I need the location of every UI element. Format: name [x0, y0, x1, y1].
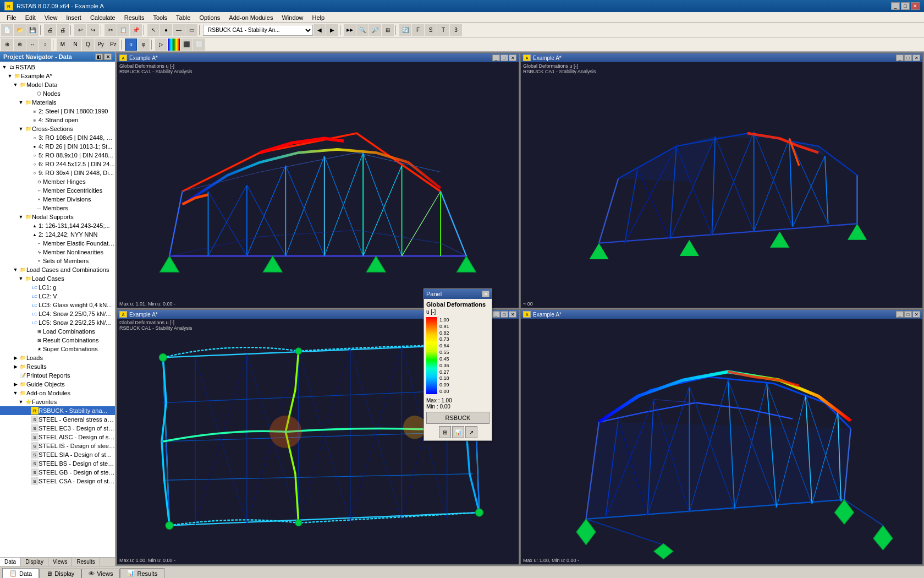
- tb-copy[interactable]: 📋: [117, 24, 129, 36]
- bottom-tab-views[interactable]: 👁 Views: [81, 569, 120, 578]
- nav-tab-results[interactable]: Results: [72, 558, 100, 566]
- panel-export-icon[interactable]: ↗: [465, 426, 477, 438]
- tree-item-loads[interactable]: ▶ 📁 Loads: [0, 353, 115, 362]
- tree-item-results[interactable]: ▶ 📁 Results: [0, 362, 115, 371]
- tree-item-addons[interactable]: ▼ 📁 Add-on Modules: [0, 389, 115, 397]
- tree-item-resultcomb[interactable]: ⊠ Result Combinations: [0, 336, 115, 345]
- tb-undo[interactable]: ↩: [74, 24, 86, 36]
- tb-save[interactable]: 💾: [26, 24, 38, 36]
- tb-print[interactable]: 🖨: [44, 24, 56, 36]
- tb-node[interactable]: ●: [160, 24, 172, 36]
- tree-item-memberecc[interactable]: ↔ Member Eccentricities: [0, 186, 115, 195]
- tree-item-steel-bs[interactable]: S STEEL BS - Design of steel r...: [0, 459, 115, 468]
- bottom-tab-results[interactable]: 📊 Results: [120, 568, 164, 578]
- tb2-8[interactable]: Py: [95, 39, 107, 51]
- expand-icon[interactable]: ▼: [12, 266, 19, 273]
- tree-item-memberelastic[interactable]: ~ Member Elastic Foundation: [0, 239, 115, 248]
- tree-item-lc2[interactable]: LC LC2: V: [0, 292, 115, 301]
- expand-icon[interactable]: ▼: [12, 81, 19, 88]
- tree-item-mat2[interactable]: ■ 4: Strand open: [0, 116, 115, 124]
- expand-icon[interactable]: ▶: [12, 363, 19, 370]
- tree-item-steel-aisc[interactable]: S STEEL AISC - Design of stee...: [0, 433, 115, 441]
- view-content-br[interactable]: Max u: 1.00, Min u: 0.00 -: [521, 319, 922, 564]
- menu-calculate[interactable]: Calculate: [86, 13, 120, 22]
- tb-select[interactable]: ↖: [147, 24, 160, 36]
- tree-item-members[interactable]: — Members: [0, 204, 115, 212]
- tb-zoom-in[interactable]: 🔍: [356, 24, 369, 36]
- tb2-4[interactable]: ↕: [39, 39, 51, 51]
- tree-item-lc1[interactable]: LC LC1: g: [0, 283, 115, 292]
- view-max-br[interactable]: □: [904, 311, 912, 318]
- tb-nav-prev[interactable]: ◀: [314, 24, 326, 36]
- menu-tools[interactable]: Tools: [148, 13, 172, 22]
- tb2-7[interactable]: Q: [82, 39, 94, 51]
- tb2-phi[interactable]: φ: [138, 39, 150, 51]
- expand-icon[interactable]: ▼: [1, 64, 8, 70]
- nav-tab-views[interactable]: Views: [48, 558, 73, 566]
- bottom-tab-data[interactable]: 📋 Data: [2, 568, 39, 578]
- tree-item-steel-csa[interactable]: S STEEL CSA - Design of steel...: [0, 477, 115, 486]
- maximize-btn[interactable]: □: [901, 2, 910, 10]
- tree-item-lc3[interactable]: LC LC3: Glass weight 0,4 kN...: [0, 301, 115, 309]
- tree-item-cs3[interactable]: ○ 5: RO 88.9x10 | DIN 2448...: [0, 151, 115, 160]
- menu-results[interactable]: Results: [120, 13, 149, 22]
- tb-cut[interactable]: ✂: [105, 24, 117, 36]
- view-min-br[interactable]: _: [896, 311, 904, 318]
- view-close-tl[interactable]: ✕: [509, 54, 516, 61]
- tree-item-nodes[interactable]: ⬡ Nodes: [0, 89, 115, 98]
- tree-item-memberdiv[interactable]: ÷ Member Divisions: [0, 195, 115, 204]
- tb2-2[interactable]: ⊗: [14, 39, 26, 51]
- expand-icon[interactable]: ▶: [12, 355, 19, 361]
- expand-icon[interactable]: ▼: [18, 214, 24, 220]
- tree-item-materials[interactable]: ▼ 📁 Materials: [0, 98, 115, 107]
- tree-item-rsbuck[interactable]: R RSBUCK - Stability ana...: [0, 406, 115, 415]
- tree-item-nodalsupports[interactable]: ▼ 📁 Nodal Supports: [0, 212, 115, 221]
- view-close-tr[interactable]: ✕: [912, 54, 920, 61]
- tree-item-supercomb[interactable]: ★ Super Combinations: [0, 345, 115, 353]
- tb-paste[interactable]: 📌: [130, 24, 142, 36]
- tb-member[interactable]: —: [173, 24, 185, 36]
- view-content-tl[interactable]: Global Deformations u [-] RSBUCK CA1 - S…: [117, 62, 519, 308]
- tb2-6[interactable]: N: [69, 39, 81, 51]
- tb2-9[interactable]: Pz: [107, 39, 119, 51]
- tree-item-modeldata[interactable]: ▼ 📁 Model Data: [0, 80, 115, 89]
- tree-item-loadcomb[interactable]: ⊞ Load Combinations: [0, 327, 115, 336]
- tb2-1[interactable]: ⊕: [1, 39, 13, 51]
- view-min-tr[interactable]: _: [896, 54, 904, 61]
- tb-zoom-out[interactable]: 🔎: [369, 24, 381, 36]
- expand-icon[interactable]: ▼: [18, 399, 24, 405]
- expand-icon[interactable]: ▼: [18, 126, 24, 132]
- tb-open[interactable]: 📂: [14, 24, 26, 36]
- tb2-3[interactable]: ↔: [26, 39, 38, 51]
- tb-rotate[interactable]: 🔄: [399, 24, 411, 36]
- bottom-tab-display[interactable]: 🖥 Display: [39, 569, 81, 578]
- tree-item-steel-is[interactable]: S STEEL IS - Design of steel m...: [0, 441, 115, 450]
- tb2-color[interactable]: [168, 39, 180, 51]
- expand-icon[interactable]: ▼: [18, 275, 24, 282]
- tree-item-steel-sia[interactable]: S STEEL SIA - Design of steel r...: [0, 450, 115, 459]
- tree-item-lc5[interactable]: LC LC5: Snow 2,25/2,25 kN/...: [0, 318, 115, 327]
- tree-item-setsofmembers[interactable]: = Sets of Members: [0, 257, 115, 265]
- tree-item-loadcases[interactable]: ▼ 📁 Load Cases: [0, 274, 115, 283]
- tb-nav-next[interactable]: ▶: [326, 24, 338, 36]
- nav-close-btn[interactable]: ✕: [104, 53, 112, 60]
- panel-table-icon[interactable]: ⊞: [439, 426, 451, 438]
- tree-item-ns2[interactable]: ▲ 2: 124,242; NYY NNN: [0, 230, 115, 239]
- tree-item-cs1[interactable]: ○ 3: RO 108x5 | DIN 2448, D...: [0, 133, 115, 142]
- tb-side[interactable]: S: [425, 24, 437, 36]
- close-btn[interactable]: ✕: [911, 2, 920, 10]
- tree-item-cross[interactable]: ▼ 📁 Cross-Sections: [0, 124, 115, 133]
- view-max-bl[interactable]: □: [501, 311, 508, 318]
- tree-item-memberhinges[interactable]: ⊙ Member Hinges: [0, 177, 115, 186]
- tb2-deform[interactable]: u: [125, 39, 137, 51]
- view-min-tl[interactable]: _: [492, 54, 500, 61]
- tb-surface[interactable]: ▭: [185, 24, 197, 36]
- tree-item-steel[interactable]: S STEEL - General stress analy...: [0, 415, 115, 424]
- expand-icon[interactable]: ▼: [7, 73, 13, 79]
- menu-addons[interactable]: Add-on Modules: [224, 13, 277, 22]
- tree-item-cs4[interactable]: ○ 6: RO 244.5x12.5 | DIN 24...: [0, 160, 115, 168]
- menu-edit[interactable]: Edit: [21, 13, 40, 22]
- view-close-br[interactable]: ✕: [912, 311, 920, 318]
- menu-window[interactable]: Window: [277, 13, 307, 22]
- view-close-bl[interactable]: ✕: [509, 311, 516, 318]
